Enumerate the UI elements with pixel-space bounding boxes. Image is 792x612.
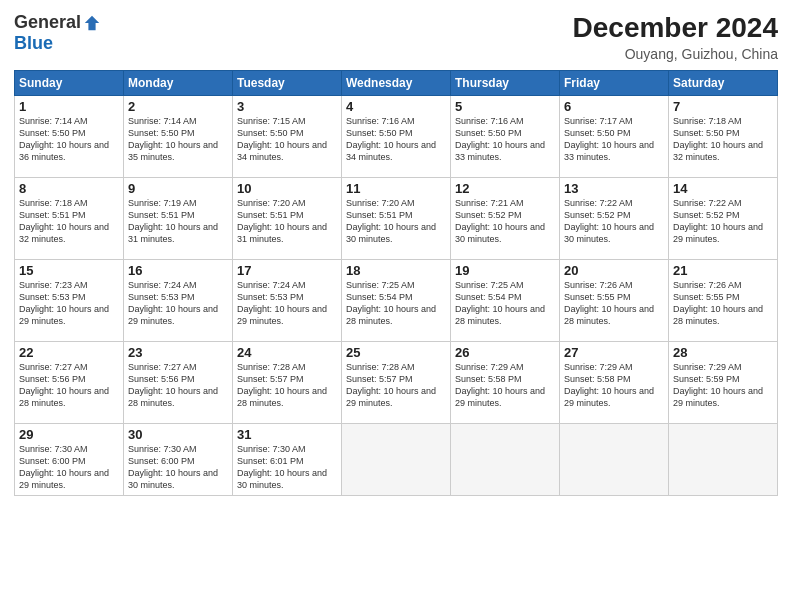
day-number: 30 bbox=[128, 427, 228, 442]
day-number: 8 bbox=[19, 181, 119, 196]
day-number: 6 bbox=[564, 99, 664, 114]
day-info: Sunrise: 7:16 AM Sunset: 5:50 PM Dayligh… bbox=[455, 115, 555, 164]
day-info: Sunrise: 7:27 AM Sunset: 5:56 PM Dayligh… bbox=[19, 361, 119, 410]
header-saturday: Saturday bbox=[669, 71, 778, 96]
day-number: 26 bbox=[455, 345, 555, 360]
day-info: Sunrise: 7:29 AM Sunset: 5:58 PM Dayligh… bbox=[455, 361, 555, 410]
svg-marker-0 bbox=[85, 15, 99, 29]
day-info: Sunrise: 7:23 AM Sunset: 5:53 PM Dayligh… bbox=[19, 279, 119, 328]
day-number: 3 bbox=[237, 99, 337, 114]
header-friday: Friday bbox=[560, 71, 669, 96]
header-wednesday: Wednesday bbox=[342, 71, 451, 96]
day-number: 10 bbox=[237, 181, 337, 196]
header-thursday: Thursday bbox=[451, 71, 560, 96]
calendar-cell bbox=[560, 424, 669, 496]
day-number: 11 bbox=[346, 181, 446, 196]
calendar-cell bbox=[342, 424, 451, 496]
calendar-cell: 19 Sunrise: 7:25 AM Sunset: 5:54 PM Dayl… bbox=[451, 260, 560, 342]
day-number: 4 bbox=[346, 99, 446, 114]
day-number: 18 bbox=[346, 263, 446, 278]
month-title: December 2024 bbox=[573, 12, 778, 44]
calendar-cell: 14 Sunrise: 7:22 AM Sunset: 5:52 PM Dayl… bbox=[669, 178, 778, 260]
day-number: 5 bbox=[455, 99, 555, 114]
day-info: Sunrise: 7:24 AM Sunset: 5:53 PM Dayligh… bbox=[128, 279, 228, 328]
day-info: Sunrise: 7:20 AM Sunset: 5:51 PM Dayligh… bbox=[237, 197, 337, 246]
calendar-cell: 16 Sunrise: 7:24 AM Sunset: 5:53 PM Dayl… bbox=[124, 260, 233, 342]
day-number: 23 bbox=[128, 345, 228, 360]
day-info: Sunrise: 7:18 AM Sunset: 5:50 PM Dayligh… bbox=[673, 115, 773, 164]
day-number: 15 bbox=[19, 263, 119, 278]
calendar-cell: 24 Sunrise: 7:28 AM Sunset: 5:57 PM Dayl… bbox=[233, 342, 342, 424]
calendar-cell: 13 Sunrise: 7:22 AM Sunset: 5:52 PM Dayl… bbox=[560, 178, 669, 260]
day-number: 1 bbox=[19, 99, 119, 114]
calendar-cell: 3 Sunrise: 7:15 AM Sunset: 5:50 PM Dayli… bbox=[233, 96, 342, 178]
day-number: 22 bbox=[19, 345, 119, 360]
day-info: Sunrise: 7:30 AM Sunset: 6:00 PM Dayligh… bbox=[128, 443, 228, 492]
day-info: Sunrise: 7:26 AM Sunset: 5:55 PM Dayligh… bbox=[564, 279, 664, 328]
day-number: 9 bbox=[128, 181, 228, 196]
calendar-cell: 17 Sunrise: 7:24 AM Sunset: 5:53 PM Dayl… bbox=[233, 260, 342, 342]
day-info: Sunrise: 7:28 AM Sunset: 5:57 PM Dayligh… bbox=[237, 361, 337, 410]
day-number: 28 bbox=[673, 345, 773, 360]
calendar-cell: 18 Sunrise: 7:25 AM Sunset: 5:54 PM Dayl… bbox=[342, 260, 451, 342]
day-info: Sunrise: 7:24 AM Sunset: 5:53 PM Dayligh… bbox=[237, 279, 337, 328]
weekday-header-row: Sunday Monday Tuesday Wednesday Thursday… bbox=[15, 71, 778, 96]
calendar-cell: 27 Sunrise: 7:29 AM Sunset: 5:58 PM Dayl… bbox=[560, 342, 669, 424]
calendar-cell: 21 Sunrise: 7:26 AM Sunset: 5:55 PM Dayl… bbox=[669, 260, 778, 342]
day-info: Sunrise: 7:30 AM Sunset: 6:01 PM Dayligh… bbox=[237, 443, 337, 492]
calendar-cell bbox=[669, 424, 778, 496]
day-info: Sunrise: 7:26 AM Sunset: 5:55 PM Dayligh… bbox=[673, 279, 773, 328]
logo: General Blue bbox=[14, 12, 101, 54]
calendar-container: General Blue December 2024 Ouyang, Guizh… bbox=[0, 0, 792, 612]
calendar-cell: 30 Sunrise: 7:30 AM Sunset: 6:00 PM Dayl… bbox=[124, 424, 233, 496]
day-number: 12 bbox=[455, 181, 555, 196]
logo-general-text: General bbox=[14, 12, 81, 33]
calendar-cell: 28 Sunrise: 7:29 AM Sunset: 5:59 PM Dayl… bbox=[669, 342, 778, 424]
day-info: Sunrise: 7:22 AM Sunset: 5:52 PM Dayligh… bbox=[564, 197, 664, 246]
calendar-cell: 31 Sunrise: 7:30 AM Sunset: 6:01 PM Dayl… bbox=[233, 424, 342, 496]
day-info: Sunrise: 7:21 AM Sunset: 5:52 PM Dayligh… bbox=[455, 197, 555, 246]
header: General Blue December 2024 Ouyang, Guizh… bbox=[14, 12, 778, 62]
day-number: 14 bbox=[673, 181, 773, 196]
calendar-cell: 2 Sunrise: 7:14 AM Sunset: 5:50 PM Dayli… bbox=[124, 96, 233, 178]
header-tuesday: Tuesday bbox=[233, 71, 342, 96]
day-number: 2 bbox=[128, 99, 228, 114]
day-number: 13 bbox=[564, 181, 664, 196]
day-number: 21 bbox=[673, 263, 773, 278]
day-number: 7 bbox=[673, 99, 773, 114]
calendar-cell: 5 Sunrise: 7:16 AM Sunset: 5:50 PM Dayli… bbox=[451, 96, 560, 178]
day-number: 31 bbox=[237, 427, 337, 442]
day-info: Sunrise: 7:25 AM Sunset: 5:54 PM Dayligh… bbox=[346, 279, 446, 328]
calendar-cell: 4 Sunrise: 7:16 AM Sunset: 5:50 PM Dayli… bbox=[342, 96, 451, 178]
calendar-cell: 8 Sunrise: 7:18 AM Sunset: 5:51 PM Dayli… bbox=[15, 178, 124, 260]
day-number: 19 bbox=[455, 263, 555, 278]
week-row-2: 8 Sunrise: 7:18 AM Sunset: 5:51 PM Dayli… bbox=[15, 178, 778, 260]
calendar-cell: 1 Sunrise: 7:14 AM Sunset: 5:50 PM Dayli… bbox=[15, 96, 124, 178]
day-info: Sunrise: 7:19 AM Sunset: 5:51 PM Dayligh… bbox=[128, 197, 228, 246]
logo-blue-text: Blue bbox=[14, 33, 53, 54]
day-info: Sunrise: 7:14 AM Sunset: 5:50 PM Dayligh… bbox=[19, 115, 119, 164]
day-info: Sunrise: 7:29 AM Sunset: 5:58 PM Dayligh… bbox=[564, 361, 664, 410]
header-sunday: Sunday bbox=[15, 71, 124, 96]
week-row-5: 29 Sunrise: 7:30 AM Sunset: 6:00 PM Dayl… bbox=[15, 424, 778, 496]
day-info: Sunrise: 7:22 AM Sunset: 5:52 PM Dayligh… bbox=[673, 197, 773, 246]
calendar-cell: 22 Sunrise: 7:27 AM Sunset: 5:56 PM Dayl… bbox=[15, 342, 124, 424]
day-info: Sunrise: 7:15 AM Sunset: 5:50 PM Dayligh… bbox=[237, 115, 337, 164]
week-row-4: 22 Sunrise: 7:27 AM Sunset: 5:56 PM Dayl… bbox=[15, 342, 778, 424]
week-row-1: 1 Sunrise: 7:14 AM Sunset: 5:50 PM Dayli… bbox=[15, 96, 778, 178]
title-block: December 2024 Ouyang, Guizhou, China bbox=[573, 12, 778, 62]
header-monday: Monday bbox=[124, 71, 233, 96]
calendar-cell: 12 Sunrise: 7:21 AM Sunset: 5:52 PM Dayl… bbox=[451, 178, 560, 260]
calendar-cell: 7 Sunrise: 7:18 AM Sunset: 5:50 PM Dayli… bbox=[669, 96, 778, 178]
calendar-table: Sunday Monday Tuesday Wednesday Thursday… bbox=[14, 70, 778, 496]
day-info: Sunrise: 7:16 AM Sunset: 5:50 PM Dayligh… bbox=[346, 115, 446, 164]
week-row-3: 15 Sunrise: 7:23 AM Sunset: 5:53 PM Dayl… bbox=[15, 260, 778, 342]
day-number: 20 bbox=[564, 263, 664, 278]
day-number: 25 bbox=[346, 345, 446, 360]
calendar-cell: 15 Sunrise: 7:23 AM Sunset: 5:53 PM Dayl… bbox=[15, 260, 124, 342]
calendar-cell: 26 Sunrise: 7:29 AM Sunset: 5:58 PM Dayl… bbox=[451, 342, 560, 424]
location: Ouyang, Guizhou, China bbox=[573, 46, 778, 62]
calendar-cell: 29 Sunrise: 7:30 AM Sunset: 6:00 PM Dayl… bbox=[15, 424, 124, 496]
day-number: 27 bbox=[564, 345, 664, 360]
day-info: Sunrise: 7:17 AM Sunset: 5:50 PM Dayligh… bbox=[564, 115, 664, 164]
